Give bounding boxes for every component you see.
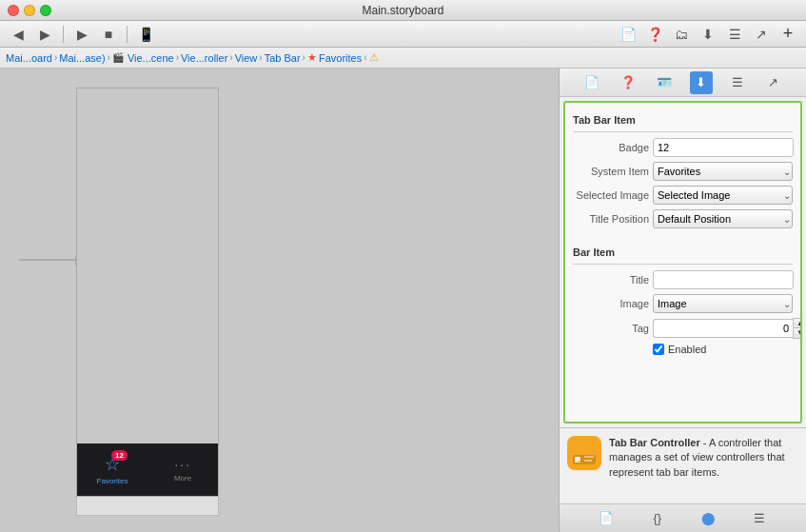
bar-image-select[interactable]: Image — [653, 294, 793, 313]
breadcrumb-main-oard[interactable]: Mai...oard — [6, 52, 52, 64]
run-button[interactable]: ▶ — [71, 24, 92, 45]
bar-item-header: Bar Item — [573, 243, 793, 265]
tab-bar-item-header: Tab Bar Item — [573, 110, 793, 132]
quick-help-icon[interactable]: ❓ — [617, 71, 639, 94]
title-bar: Main.storyboard — [0, 0, 806, 21]
toolbar-separator — [63, 26, 64, 43]
maximize-button[interactable] — [40, 5, 51, 16]
share-icon[interactable]: ↗ — [751, 24, 772, 45]
toolbar-separator-2 — [127, 26, 128, 43]
bottom-file-icon[interactable]: 📄 — [595, 507, 618, 530]
file-icon[interactable]: 📄 — [618, 24, 639, 45]
bar-tag-label: Tag — [573, 323, 649, 334]
tab-bar-controller-icon — [567, 436, 601, 470]
favorites-icon: ★ — [307, 51, 317, 64]
connections-inspector-icon[interactable]: ↗ — [762, 71, 785, 94]
description-panel: Tab Bar Controller - A controller that m… — [560, 427, 806, 503]
title-position-select[interactable]: Default Position Above Below Left Right … — [653, 209, 793, 228]
badge: 12 — [111, 450, 128, 461]
main-area: ☆ 12 Favorites ··· More 📄 ❓ � — [0, 69, 806, 532]
description-text: Tab Bar Controller - A controller that m… — [609, 436, 798, 480]
star-icon: ☆ 12 — [105, 454, 120, 475]
scheme-selector[interactable]: 📱 — [135, 24, 156, 45]
badge-row: Badge — [573, 138, 793, 157]
bar-title-label: Title — [573, 274, 649, 286]
layout-icon[interactable]: ☰ — [724, 24, 745, 45]
system-item-label: System Item — [573, 166, 649, 177]
tab-label-more: More — [174, 474, 191, 483]
bottom-circle-icon[interactable]: ⬤ — [697, 507, 719, 530]
breadcrumb: Mai...oard › Mai...ase) › 🎬 Vie...cene ›… — [0, 48, 806, 69]
breadcrumb-view-scene[interactable]: Vie...cene — [128, 52, 174, 64]
title-position-row: Title Position Default Position Above Be… — [573, 209, 793, 228]
breadcrumb-main-ase[interactable]: Mai...ase) — [59, 52, 105, 64]
help-icon[interactable]: ❓ — [644, 24, 665, 45]
enabled-checkbox[interactable] — [653, 344, 664, 355]
phone-screen — [77, 89, 218, 496]
more-dots-icon: ··· — [174, 457, 191, 472]
tab-item-more[interactable]: ··· More — [147, 457, 218, 483]
tag-input[interactable] — [653, 319, 793, 338]
tag-increment-button[interactable]: ▲ — [794, 319, 802, 328]
tab-item-favorites[interactable]: ☆ 12 Favorites — [77, 454, 147, 485]
bar-image-label: Image — [573, 298, 649, 309]
back-button[interactable]: ◀ — [8, 24, 29, 45]
tag-stepper-buttons: ▲ ▼ — [793, 318, 802, 339]
tag-stepper-wrapper: ▲ ▼ — [653, 318, 802, 339]
breadcrumb-favorites[interactable]: Favorites — [319, 52, 362, 64]
title-position-label: Title Position — [573, 213, 649, 225]
identity-inspector-icon[interactable]: 🪪 — [653, 71, 676, 94]
breadcrumb-view[interactable]: View — [235, 52, 258, 64]
forward-button[interactable]: ▶ — [34, 24, 55, 45]
enabled-label: Enabled — [668, 344, 706, 355]
phone-bottom-strip — [76, 497, 219, 516]
window-title: Main.storyboard — [362, 4, 443, 17]
bar-image-select-wrapper: Image ⌄ — [653, 294, 793, 313]
badge-label: Badge — [573, 142, 649, 153]
add-button[interactable]: + — [777, 24, 798, 45]
description-title: Tab Bar Controller — [609, 437, 700, 448]
breadcrumb-tab-bar[interactable]: Tab Bar — [265, 52, 301, 64]
download-icon[interactable]: ⬇ — [698, 24, 718, 45]
breadcrumb-view-roller[interactable]: Vie...roller — [181, 52, 227, 64]
window-controls — [8, 5, 51, 16]
tab-label-favorites: Favorites — [97, 477, 128, 485]
title-position-select-wrapper: Default Position Above Below Left Right … — [653, 209, 793, 228]
phone-tab-bar: ☆ 12 Favorites ··· More — [77, 443, 218, 496]
stop-button[interactable]: ■ — [98, 24, 119, 45]
enabled-row: Enabled — [653, 344, 793, 355]
warning-icon[interactable]: ⚠ — [369, 51, 379, 64]
canvas-area[interactable]: ☆ 12 Favorites ··· More — [0, 69, 559, 532]
right-panel: 📄 ❓ 🪪 ⬇ ☰ ↗ Tab Bar Item Badge System It… — [559, 69, 806, 532]
arrow-indicator — [19, 259, 76, 261]
svg-point-3 — [576, 457, 580, 461]
scene-icon: 🎬 — [112, 52, 124, 63]
bar-title-input[interactable] — [653, 270, 794, 289]
section-gap — [573, 233, 793, 243]
bar-tag-row: Tag ▲ ▼ — [573, 318, 793, 339]
main-toolbar: ◀ ▶ ▶ ■ 📱 📄 ❓ 🗂 ⬇ ☰ ↗ + — [0, 21, 806, 48]
bottom-list-icon[interactable]: ☰ — [748, 507, 771, 530]
tag-decrement-button[interactable]: ▼ — [794, 328, 802, 338]
system-item-row: System Item Favorites More Bookmarks Sea… — [573, 162, 793, 181]
bottom-inspector-bar: 📄 {} ⬤ ☰ — [560, 503, 806, 532]
inspector-content: Tab Bar Item Badge System Item Favorites… — [563, 101, 802, 424]
selected-image-select[interactable]: Selected Image — [653, 186, 793, 205]
attributes-inspector-icon[interactable]: ⬇ — [690, 71, 713, 94]
inspector-toolbar: 📄 ❓ 🪪 ⬇ ☰ ↗ — [560, 69, 806, 97]
system-item-select-wrapper: Favorites More Bookmarks Search ⌄ — [653, 162, 793, 181]
selected-image-select-wrapper: Selected Image ⌄ — [653, 186, 793, 205]
bar-image-row: Image Image ⌄ — [573, 294, 793, 313]
phone-mockup: ☆ 12 Favorites ··· More — [76, 88, 219, 497]
minimize-button[interactable] — [24, 5, 35, 16]
file-inspector-icon[interactable]: 📄 — [580, 71, 603, 94]
tab-bar-svg-icon — [571, 440, 598, 466]
badge-input[interactable] — [653, 138, 794, 157]
bottom-code-icon[interactable]: {} — [646, 507, 669, 530]
library-icon[interactable]: 🗂 — [671, 24, 692, 45]
size-inspector-icon[interactable]: ☰ — [726, 71, 749, 94]
phone-container: ☆ 12 Favorites ··· More — [76, 88, 219, 497]
close-button[interactable] — [8, 5, 19, 16]
system-item-select[interactable]: Favorites More Bookmarks Search — [653, 162, 793, 181]
selected-image-label: Selected Image — [573, 189, 649, 201]
